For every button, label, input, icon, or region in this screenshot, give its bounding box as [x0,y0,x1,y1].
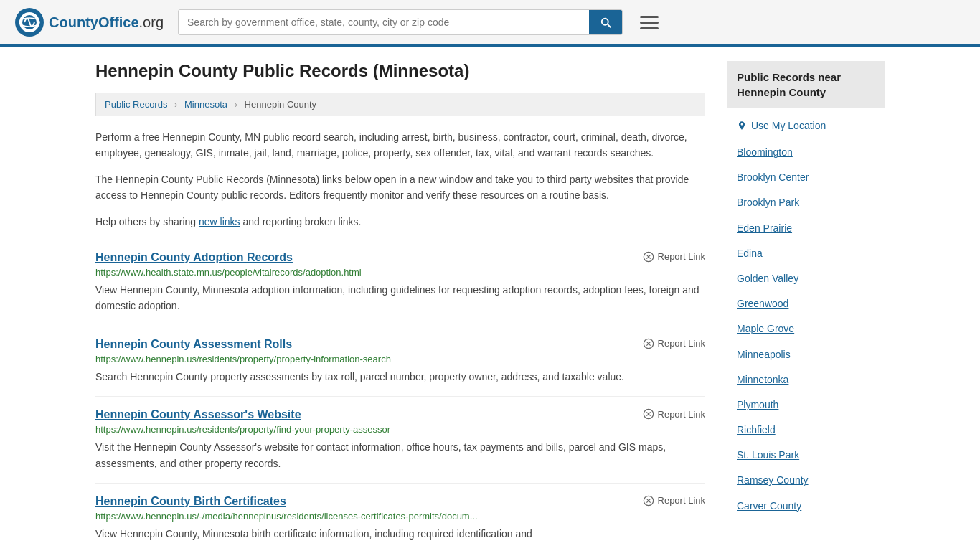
sidebar-header: Public Records near Hennepin County [727,61,885,108]
sidebar-city-link[interactable]: Ramsey County [727,468,885,493]
intro-paragraph-2: The Hennepin County Public Records (Minn… [95,171,705,204]
record-header: Hennepin County Assessment Rolls Report … [95,338,705,351]
record-title[interactable]: Hennepin County Assessor's Website [95,408,301,421]
record-header: Hennepin County Birth Certificates Repor… [95,495,705,508]
sidebar: Public Records near Hennepin County Use … [727,61,885,551]
record-description: Search Hennepin County property assessme… [95,369,705,385]
page-title: Hennepin County Public Records (Minnesot… [95,61,705,81]
intro-paragraph-3: Help others by sharing new links and rep… [95,214,705,230]
sidebar-city-link[interactable]: Richfield [727,418,885,443]
search-icon [599,16,612,29]
sidebar-city-link[interactable]: Brooklyn Center [727,165,885,190]
record-title[interactable]: Hennepin County Adoption Records [95,251,293,264]
record-description: View Hennepin County, Minnesota birth ce… [95,526,705,542]
hamburger-line-1 [640,16,659,18]
logo-icon [14,7,44,37]
breadcrumb-public-records[interactable]: Public Records [105,99,167,110]
search-bar [178,9,623,35]
use-my-location-link[interactable]: Use My Location [727,116,885,136]
logo-text: CountyOffice.org [49,14,164,31]
record-entry: Hennepin County Assessor's Website Repor… [95,397,705,484]
record-entry: Hennepin County Birth Certificates Repor… [95,484,705,551]
logo-area: CountyOffice.org [14,7,164,37]
report-link-label: Report Link [658,338,705,349]
record-description: Visit the Hennepin County Assessor's web… [95,439,705,471]
location-pin-icon [737,121,747,131]
sidebar-city-link[interactable]: Eden Prairie [727,216,885,241]
report-link-button[interactable]: Report Link [643,338,705,349]
report-link-icon [643,338,654,349]
record-url: https://www.hennepin.us/residents/proper… [95,354,705,364]
intro-paragraph-1: Perform a free Hennepin County, MN publi… [95,129,705,161]
records-list: Hennepin County Adoption Records Report … [95,240,705,551]
content-area: Hennepin County Public Records (Minnesot… [95,61,705,551]
page-header: CountyOffice.org [0,0,980,47]
sidebar-city-link[interactable]: Minnetonka [727,367,885,392]
sidebar-city-link[interactable]: Edina [727,241,885,266]
record-url: https://www.health.state.mn.us/people/vi… [95,267,705,278]
sidebar-city-link[interactable]: Maple Grove [727,316,885,342]
intro-3-after: and reporting broken links. [240,216,362,227]
record-header: Hennepin County Assessor's Website Repor… [95,408,705,421]
report-link-label: Report Link [658,409,705,420]
report-link-button[interactable]: Report Link [643,408,705,420]
sidebar-city-link[interactable]: Brooklyn Park [727,190,885,215]
hamburger-menu-button[interactable] [637,13,661,32]
record-title[interactable]: Hennepin County Assessment Rolls [95,338,292,351]
breadcrumb-sep-2: › [235,99,237,110]
breadcrumb-sep-1: › [174,99,177,110]
record-header: Hennepin County Adoption Records Report … [95,251,705,264]
report-link-icon [643,495,654,507]
intro-3-before: Help others by sharing [95,216,199,227]
record-entry: Hennepin County Assessment Rolls Report … [95,326,705,397]
use-my-location-label: Use My Location [751,120,826,131]
sidebar-city-link[interactable]: Bloomington [727,140,885,165]
search-button[interactable] [589,10,622,34]
record-description: View Hennepin County, Minnesota adoption… [95,282,705,314]
report-link-label: Report Link [658,251,705,262]
record-url: https://www.hennepin.us/residents/proper… [95,424,705,435]
sidebar-city-link[interactable]: Golden Valley [727,266,885,291]
sidebar-links-list: BloomingtonBrooklyn CenterBrooklyn ParkE… [727,140,885,519]
hamburger-line-2 [640,22,659,24]
report-link-button[interactable]: Report Link [643,495,705,507]
report-link-label: Report Link [658,495,705,506]
breadcrumb-minnesota[interactable]: Minnesota [184,99,227,110]
record-title[interactable]: Hennepin County Birth Certificates [95,495,286,508]
sidebar-city-link[interactable]: Greenwood [727,291,885,316]
breadcrumb-hennepin-county: Hennepin County [245,99,316,110]
sidebar-city-link[interactable]: St. Louis Park [727,443,885,468]
report-link-button[interactable]: Report Link [643,251,705,263]
report-link-icon [643,408,654,420]
sidebar-city-link[interactable]: Minneapolis [727,342,885,367]
new-links-link[interactable]: new links [199,216,240,227]
sidebar-city-link[interactable]: Plymouth [727,392,885,418]
record-url: https://www.hennepin.us/-/media/hennepin… [95,511,705,522]
sidebar-city-link[interactable]: Carver County [727,494,885,519]
report-link-icon [643,251,654,263]
main-container: Hennepin County Public Records (Minnesot… [81,47,899,551]
hamburger-line-3 [640,27,659,29]
search-input[interactable] [179,10,589,34]
record-entry: Hennepin County Adoption Records Report … [95,240,705,326]
breadcrumb: Public Records › Minnesota › Hennepin Co… [95,93,705,116]
